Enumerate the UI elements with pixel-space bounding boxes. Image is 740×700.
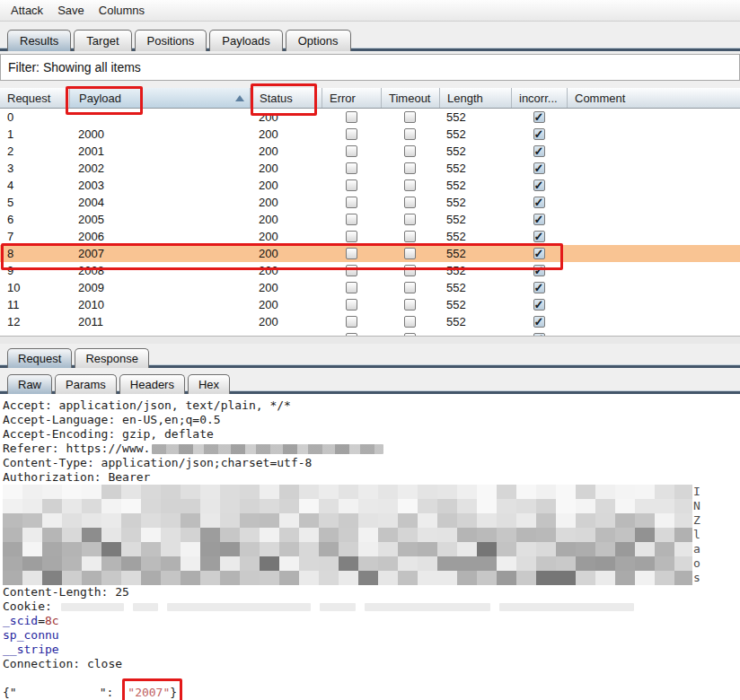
timeout-checkbox[interactable]: [404, 197, 416, 208]
table-row[interactable]: 92008200552✓: [0, 262, 740, 279]
tab-payloads[interactable]: Payloads: [209, 30, 282, 51]
cell-payload: 2006: [69, 228, 250, 245]
error-checkbox[interactable]: [346, 111, 357, 123]
table-row[interactable]: 0200552✓: [0, 109, 740, 126]
timeout-checkbox[interactable]: [404, 282, 416, 293]
error-checkbox[interactable]: [346, 128, 357, 140]
incorrect-checkbox[interactable]: ✓: [533, 179, 545, 191]
timeout-checkbox[interactable]: [404, 162, 416, 174]
menu-attack[interactable]: Attack: [4, 2, 50, 19]
cell-request: 9: [0, 262, 69, 279]
cell-timeout: [381, 316, 439, 328]
error-checkbox[interactable]: [346, 214, 357, 225]
tab-target[interactable]: Target: [74, 30, 131, 51]
incorrect-checkbox[interactable]: ✓: [533, 299, 545, 311]
incorrect-checkbox[interactable]: ✓: [533, 111, 545, 123]
column-header-request[interactable]: Request: [0, 88, 69, 108]
timeout-checkbox[interactable]: [404, 145, 416, 157]
incorrect-checkbox[interactable]: ✓: [533, 316, 545, 328]
cookie-stripe: __stripe: [3, 643, 740, 657]
incorrect-checkbox[interactable]: ✓: [533, 145, 545, 157]
cell-timeout: [381, 162, 439, 174]
timeout-checkbox[interactable]: [404, 265, 416, 276]
timeout-checkbox[interactable]: [404, 248, 416, 259]
column-header-error[interactable]: Error: [322, 88, 381, 108]
timeout-checkbox[interactable]: [404, 231, 416, 242]
cell-request: 3: [0, 160, 69, 177]
cell-status: 200: [250, 109, 322, 126]
menu-columns[interactable]: Columns: [92, 2, 152, 19]
error-checkbox[interactable]: [346, 282, 357, 293]
column-header-incorrect[interactable]: incorr...: [511, 88, 567, 108]
tab-options[interactable]: Options: [286, 30, 351, 51]
cell-request: 4: [0, 177, 69, 194]
table-row[interactable]: 82007200552✓: [0, 245, 740, 262]
error-checkbox[interactable]: [346, 231, 357, 242]
cell-incorrect: ✓: [511, 162, 567, 174]
tab-hex[interactable]: Hex: [188, 374, 230, 394]
error-checkbox[interactable]: [346, 316, 357, 328]
filter-bar[interactable]: Filter: Showing all items: [0, 54, 740, 81]
table-row[interactable]: 112010200552✓: [0, 296, 740, 313]
timeout-checkbox[interactable]: [404, 179, 416, 191]
table-row[interactable]: ✓: [0, 330, 740, 337]
table-row[interactable]: 22001200552✓: [0, 143, 740, 160]
table-row[interactable]: 122011200552✓: [0, 313, 740, 330]
incorrect-checkbox[interactable]: ✓: [533, 214, 545, 225]
error-checkbox[interactable]: [346, 145, 357, 157]
incorrect-checkbox[interactable]: ✓: [533, 265, 545, 276]
tab-request[interactable]: Request: [7, 348, 72, 368]
redacted-cookie-value: [61, 603, 124, 611]
redaction-edge-characters: INZlaos: [693, 485, 700, 585]
column-header-comment[interactable]: Comment: [567, 88, 740, 108]
tab-positions[interactable]: Positions: [135, 30, 207, 51]
error-checkbox[interactable]: [346, 162, 357, 174]
cell-incorrect: ✓: [511, 197, 567, 208]
timeout-checkbox[interactable]: [404, 299, 416, 311]
incorrect-checkbox[interactable]: ✓: [533, 282, 545, 293]
table-row[interactable]: 62005200552✓: [0, 211, 740, 228]
error-checkbox[interactable]: [346, 299, 357, 311]
redacted-cookie-value: [133, 603, 158, 611]
timeout-checkbox[interactable]: [404, 316, 416, 328]
column-header-timeout[interactable]: Timeout: [381, 88, 439, 108]
incorrect-checkbox[interactable]: ✓: [533, 162, 545, 174]
tab-params[interactable]: Params: [55, 374, 117, 394]
timeout-checkbox[interactable]: [404, 214, 416, 225]
incorrect-checkbox[interactable]: ✓: [533, 231, 545, 242]
column-header-status[interactable]: Status: [250, 88, 322, 108]
menu-bar: Attack Save Columns: [0, 0, 740, 22]
error-checkbox[interactable]: [346, 248, 357, 259]
incorrect-checkbox[interactable]: ✓: [533, 248, 545, 259]
column-header-payload[interactable]: Payload: [69, 88, 250, 108]
table-row[interactable]: 12000200552✓: [0, 126, 740, 143]
raw-request-viewer[interactable]: Accept: application/json, text/plain, */…: [0, 394, 740, 700]
menu-save[interactable]: Save: [50, 2, 92, 19]
tab-raw[interactable]: Raw: [7, 374, 52, 394]
cell-error: [322, 299, 381, 311]
error-checkbox[interactable]: [346, 179, 357, 191]
cell-timeout: [381, 145, 439, 157]
column-header-length[interactable]: Length: [439, 88, 511, 108]
tab-response[interactable]: Response: [75, 348, 149, 368]
cell-error: [322, 145, 381, 157]
incorrect-checkbox[interactable]: ✓: [533, 128, 545, 140]
timeout-checkbox[interactable]: [404, 111, 416, 123]
tab-results[interactable]: Results: [7, 30, 71, 51]
panel-divider[interactable]: [0, 337, 740, 344]
cell-length: 552: [439, 143, 511, 160]
incorrect-checkbox[interactable]: ✓: [533, 197, 545, 208]
cell-status: 200: [250, 245, 322, 262]
table-row[interactable]: 102009200552✓: [0, 279, 740, 296]
cell-request: 8: [0, 245, 69, 262]
table-row[interactable]: 32002200552✓: [0, 160, 740, 177]
timeout-checkbox[interactable]: [404, 128, 416, 140]
cell-payload: 2009: [69, 279, 250, 296]
error-checkbox[interactable]: [346, 265, 357, 276]
table-row[interactable]: 42003200552✓: [0, 177, 740, 194]
table-row[interactable]: 52004200552✓: [0, 194, 740, 211]
error-checkbox[interactable]: [346, 197, 357, 208]
tab-headers[interactable]: Headers: [119, 374, 185, 394]
cell-error: [322, 265, 381, 276]
table-row[interactable]: 72006200552✓: [0, 228, 740, 245]
